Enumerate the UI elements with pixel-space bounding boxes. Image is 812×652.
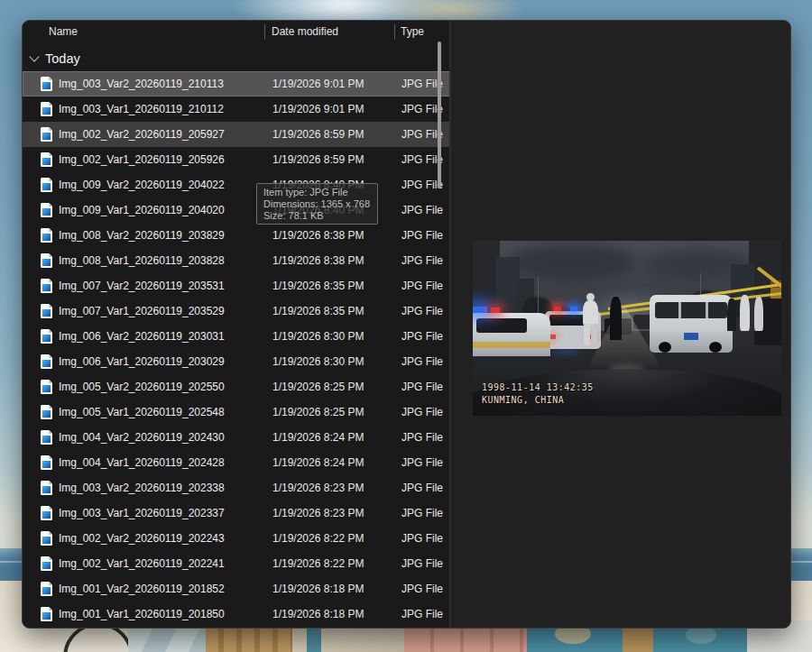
file-row[interactable]: Img_002_Var1_20260119_202241 1/19/2026 8… xyxy=(23,551,457,576)
column-divider[interactable] xyxy=(394,24,395,40)
file-row[interactable]: Img_003_Var2_20260119_210113 1/19/2026 9… xyxy=(23,71,457,96)
file-name: Img_008_Var2_20260119_203829 xyxy=(59,229,225,242)
scene-police-car-1 xyxy=(473,313,550,365)
file-date-modified: 1/19/2026 8:18 PM xyxy=(272,583,364,595)
group-header-today[interactable]: Today xyxy=(23,48,80,69)
file-type: JPG File xyxy=(401,103,456,115)
image-file-icon xyxy=(41,607,52,621)
file-date-modified: 1/19/2026 8:25 PM xyxy=(272,381,364,393)
file-type: JPG File xyxy=(401,128,456,141)
scene-hazmat-figure xyxy=(740,295,750,331)
file-name: Img_002_Var2_20260119_202243 xyxy=(59,532,225,545)
file-date-modified: 1/19/2026 8:22 PM xyxy=(272,532,364,545)
file-row[interactable]: Img_005_Var2_20260119_202550 1/19/2026 8… xyxy=(23,374,457,399)
image-file-icon xyxy=(41,380,52,394)
file-name: Img_003_Var1_20260119_210112 xyxy=(59,103,224,115)
file-row[interactable]: Img_007_Var1_20260119_203529 1/19/2026 8… xyxy=(23,298,457,324)
file-name: Img_003_Var2_20260119_202338 xyxy=(59,482,225,494)
file-type: JPG File xyxy=(401,280,456,292)
file-date-modified: 1/19/2026 9:01 PM xyxy=(272,103,364,115)
file-type: JPG File xyxy=(401,608,456,620)
file-name: Img_005_Var2_20260119_202550 xyxy=(59,381,225,393)
file-name: Img_006_Var2_20260119_203031 xyxy=(59,330,225,343)
file-row[interactable]: Img_008_Var2_20260119_203829 1/19/2026 8… xyxy=(23,223,457,248)
file-row[interactable]: Img_006_Var2_20260119_203031 1/19/2026 8… xyxy=(23,324,457,349)
file-type: JPG File xyxy=(401,583,456,595)
preview-image: 1998-11-14 13:42:35 KUNMING, CHINA xyxy=(473,241,781,416)
file-row[interactable]: Img_004_Var1_20260119_202428 1/19/2026 8… xyxy=(23,450,457,475)
file-date-modified: 1/19/2026 8:38 PM xyxy=(272,254,364,267)
image-file-icon xyxy=(41,127,52,142)
file-date-modified: 1/19/2026 8:59 PM xyxy=(272,153,364,166)
file-name: Img_004_Var2_20260119_202430 xyxy=(59,431,225,444)
image-file-icon xyxy=(41,556,52,571)
file-type: JPG File xyxy=(401,557,456,570)
file-type: JPG File xyxy=(401,78,456,90)
column-header-type[interactable]: Type xyxy=(401,25,424,38)
scene-white-van xyxy=(650,295,733,353)
scene-timestamp: 1998-11-14 13:42:35 xyxy=(482,382,594,392)
file-row[interactable]: Img_003_Var1_20260119_210112 1/19/2026 9… xyxy=(23,96,457,122)
file-date-modified: 1/19/2026 8:35 PM xyxy=(272,305,364,317)
image-file-icon xyxy=(41,228,52,243)
file-row[interactable]: Img_004_Var2_20260119_202430 1/19/2026 8… xyxy=(23,425,457,450)
file-row[interactable]: Img_001_Var2_20260119_201852 1/19/2026 8… xyxy=(23,576,457,601)
file-row[interactable]: Img_003_Var1_20260119_202337 1/19/2026 8… xyxy=(23,500,457,526)
image-file-icon xyxy=(41,77,52,91)
image-file-icon xyxy=(41,405,52,419)
file-date-modified: 1/19/2026 8:35 PM xyxy=(272,280,364,292)
file-row[interactable]: Img_005_Var1_20260119_202548 1/19/2026 8… xyxy=(23,399,457,425)
file-list-pane: Name Date modified Type Today Img_003_Va… xyxy=(23,21,449,628)
file-date-modified: 1/19/2026 8:24 PM xyxy=(272,456,364,469)
file-type: JPG File xyxy=(401,204,456,216)
vertical-scrollbar-thumb[interactable] xyxy=(438,41,441,188)
file-type: JPG File xyxy=(401,406,456,418)
image-file-icon xyxy=(41,279,52,293)
chevron-down-icon[interactable] xyxy=(29,51,39,61)
column-divider[interactable] xyxy=(264,24,265,40)
file-name: Img_009_Var2_20260119_204022 xyxy=(59,179,225,191)
file-name: Img_002_Var1_20260119_205926 xyxy=(59,153,225,166)
file-name: Img_006_Var1_20260119_203029 xyxy=(59,355,225,368)
file-date-modified: 1/19/2026 9:01 PM xyxy=(272,78,364,90)
file-row[interactable]: Img_002_Var1_20260119_205926 1/19/2026 8… xyxy=(23,147,457,172)
file-date-modified: 1/19/2026 8:25 PM xyxy=(272,406,364,418)
file-date-modified: 1/19/2026 8:30 PM xyxy=(272,330,364,343)
file-name: Img_008_Var1_20260119_203828 xyxy=(59,254,225,267)
file-name: Img_003_Var2_20260119_210113 xyxy=(59,78,224,90)
file-date-modified: 1/19/2026 8:59 PM xyxy=(272,128,364,141)
column-header-date-modified[interactable]: Date modified xyxy=(272,25,338,38)
tooltip-dimensions: Dimensions: 1365 x 768 xyxy=(263,198,371,210)
file-type: JPG File xyxy=(401,355,456,368)
file-type: JPG File xyxy=(401,229,456,242)
file-type: JPG File xyxy=(401,153,456,166)
scene-dark-figure xyxy=(610,297,622,340)
file-row[interactable]: Img_008_Var1_20260119_203828 1/19/2026 8… xyxy=(23,248,457,273)
file-name: Img_002_Var2_20260119_205927 xyxy=(59,128,225,141)
explorer-window: Name Date modified Type Today Img_003_Va… xyxy=(22,20,791,629)
file-row[interactable]: Img_002_Var2_20260119_205927 1/19/2026 8… xyxy=(23,122,457,147)
file-row[interactable]: Img_002_Var2_20260119_202243 1/19/2026 8… xyxy=(23,526,457,551)
file-row[interactable]: Img_007_Var2_20260119_203531 1/19/2026 8… xyxy=(23,273,457,298)
file-type: JPG File xyxy=(401,482,456,494)
beach-mural-detail xyxy=(686,626,716,644)
file-row[interactable]: Img_001_Var1_20260119_201850 1/19/2026 8… xyxy=(23,601,457,627)
file-row[interactable]: Img_009_Var1_20260119_204020 1/19/2026 8… xyxy=(23,197,457,223)
file-row[interactable]: Img_006_Var1_20260119_203029 1/19/2026 8… xyxy=(23,349,457,374)
file-type: JPG File xyxy=(401,330,456,343)
image-file-icon xyxy=(41,531,52,546)
file-rows: Img_003_Var2_20260119_210113 1/19/2026 9… xyxy=(23,71,449,627)
file-name: Img_007_Var2_20260119_203531 xyxy=(59,280,225,292)
file-row[interactable]: Img_009_Var2_20260119_204022 1/19/2026 8… xyxy=(23,172,457,197)
file-name: Img_009_Var1_20260119_204020 xyxy=(59,204,225,216)
file-row[interactable]: Img_003_Var2_20260119_202338 1/19/2026 8… xyxy=(23,475,457,500)
file-name: Img_005_Var1_20260119_202548 xyxy=(59,406,225,418)
file-date-modified: 1/19/2026 8:23 PM xyxy=(272,507,364,519)
column-header-name[interactable]: Name xyxy=(49,25,78,38)
file-date-modified: 1/19/2026 8:38 PM xyxy=(272,229,364,242)
file-date-modified: 1/19/2026 8:22 PM xyxy=(272,557,364,570)
image-file-icon xyxy=(41,304,52,318)
file-name: Img_002_Var1_20260119_202241 xyxy=(59,557,225,570)
tooltip-item-type: Item type: JPG File xyxy=(263,187,371,198)
column-header-row: Name Date modified Type xyxy=(23,21,449,44)
